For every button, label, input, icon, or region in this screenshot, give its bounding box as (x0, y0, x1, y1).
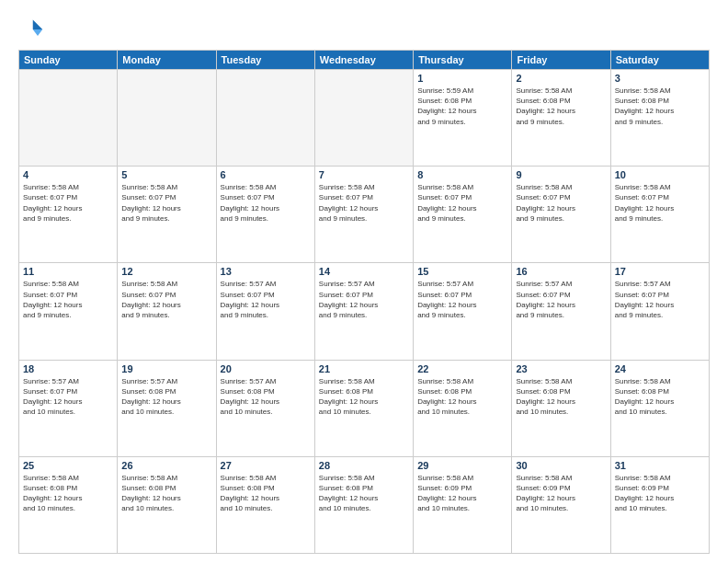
day-info: Sunrise: 5:58 AM Sunset: 6:08 PM Dayligh… (319, 473, 409, 514)
day-cell-6: 6Sunrise: 5:58 AM Sunset: 6:07 PM Daylig… (216, 167, 314, 263)
day-cell-7: 7Sunrise: 5:58 AM Sunset: 6:07 PM Daylig… (314, 167, 413, 263)
day-number: 16 (516, 266, 606, 277)
empty-cell (19, 70, 118, 167)
day-cell-8: 8Sunrise: 5:58 AM Sunset: 6:07 PM Daylig… (414, 167, 512, 263)
day-cell-5: 5Sunrise: 5:58 AM Sunset: 6:07 PM Daylig… (118, 167, 216, 263)
day-cell-22: 22Sunrise: 5:58 AM Sunset: 6:08 PM Dayli… (414, 360, 512, 456)
day-info: Sunrise: 5:57 AM Sunset: 6:07 PM Dayligh… (615, 279, 705, 320)
day-info: Sunrise: 5:58 AM Sunset: 6:09 PM Dayligh… (417, 473, 507, 514)
day-info: Sunrise: 5:58 AM Sunset: 6:07 PM Dayligh… (121, 182, 211, 224)
day-info: Sunrise: 5:58 AM Sunset: 6:08 PM Dayligh… (417, 376, 507, 418)
day-cell-24: 24Sunrise: 5:58 AM Sunset: 6:08 PM Dayli… (610, 360, 709, 456)
day-cell-3: 3Sunrise: 5:58 AM Sunset: 6:08 PM Daylig… (610, 70, 709, 167)
day-number: 2 (516, 73, 606, 84)
empty-cell (216, 70, 314, 167)
day-info: Sunrise: 5:58 AM Sunset: 6:09 PM Dayligh… (516, 473, 606, 514)
day-number: 6 (221, 169, 311, 180)
day-cell-29: 29Sunrise: 5:58 AM Sunset: 6:09 PM Dayli… (414, 456, 512, 553)
day-cell-13: 13Sunrise: 5:57 AM Sunset: 6:07 PM Dayli… (216, 263, 314, 360)
week-row-1: 1Sunrise: 5:59 AM Sunset: 6:08 PM Daylig… (19, 70, 710, 167)
day-info: Sunrise: 5:58 AM Sunset: 6:07 PM Dayligh… (516, 182, 606, 224)
day-number: 17 (615, 266, 705, 277)
day-number: 31 (615, 460, 705, 471)
day-number: 7 (319, 169, 409, 180)
week-row-3: 11Sunrise: 5:58 AM Sunset: 6:07 PM Dayli… (19, 263, 710, 360)
page: SundayMondayTuesdayWednesdayThursdayFrid… (0, 0, 728, 563)
col-header-thursday: Thursday (414, 51, 512, 70)
day-info: Sunrise: 5:58 AM Sunset: 6:07 PM Dayligh… (121, 279, 211, 320)
day-number: 18 (23, 363, 113, 374)
calendar-table: SundayMondayTuesdayWednesdayThursdayFrid… (18, 50, 710, 554)
day-info: Sunrise: 5:59 AM Sunset: 6:08 PM Dayligh… (417, 86, 507, 127)
day-cell-17: 17Sunrise: 5:57 AM Sunset: 6:07 PM Dayli… (610, 263, 709, 360)
day-info: Sunrise: 5:58 AM Sunset: 6:07 PM Dayligh… (417, 182, 507, 224)
day-number: 10 (615, 169, 705, 180)
day-cell-20: 20Sunrise: 5:57 AM Sunset: 6:08 PM Dayli… (216, 360, 314, 456)
day-info: Sunrise: 5:58 AM Sunset: 6:08 PM Dayligh… (121, 473, 211, 514)
col-header-wednesday: Wednesday (314, 51, 413, 70)
col-header-friday: Friday (512, 51, 610, 70)
day-number: 23 (516, 363, 606, 374)
day-number: 20 (221, 363, 311, 374)
day-info: Sunrise: 5:57 AM Sunset: 6:07 PM Dayligh… (23, 376, 113, 418)
day-number: 21 (319, 363, 409, 374)
day-number: 19 (121, 363, 211, 374)
day-number: 28 (319, 460, 409, 471)
day-number: 27 (221, 460, 311, 471)
col-header-monday: Monday (118, 51, 216, 70)
day-number: 4 (23, 169, 113, 180)
day-number: 8 (417, 169, 507, 180)
day-number: 1 (417, 73, 507, 84)
day-cell-11: 11Sunrise: 5:58 AM Sunset: 6:07 PM Dayli… (19, 263, 118, 360)
col-header-saturday: Saturday (610, 51, 709, 70)
empty-cell (118, 70, 216, 167)
day-cell-19: 19Sunrise: 5:57 AM Sunset: 6:08 PM Dayli… (118, 360, 216, 456)
day-number: 14 (319, 266, 409, 277)
day-cell-9: 9Sunrise: 5:58 AM Sunset: 6:07 PM Daylig… (512, 167, 610, 263)
day-cell-10: 10Sunrise: 5:58 AM Sunset: 6:07 PM Dayli… (610, 167, 709, 263)
day-number: 29 (417, 460, 507, 471)
day-info: Sunrise: 5:58 AM Sunset: 6:08 PM Dayligh… (615, 86, 705, 127)
day-info: Sunrise: 5:58 AM Sunset: 6:08 PM Dayligh… (319, 376, 409, 418)
day-number: 9 (516, 169, 606, 180)
day-info: Sunrise: 5:58 AM Sunset: 6:09 PM Dayligh… (615, 473, 705, 514)
day-cell-12: 12Sunrise: 5:58 AM Sunset: 6:07 PM Dayli… (118, 263, 216, 360)
day-cell-18: 18Sunrise: 5:57 AM Sunset: 6:07 PM Dayli… (19, 360, 118, 456)
day-cell-4: 4Sunrise: 5:58 AM Sunset: 6:07 PM Daylig… (19, 167, 118, 263)
day-cell-23: 23Sunrise: 5:58 AM Sunset: 6:08 PM Dayli… (512, 360, 610, 456)
day-info: Sunrise: 5:58 AM Sunset: 6:07 PM Dayligh… (23, 279, 113, 320)
day-cell-14: 14Sunrise: 5:57 AM Sunset: 6:07 PM Dayli… (314, 263, 413, 360)
day-info: Sunrise: 5:57 AM Sunset: 6:08 PM Dayligh… (121, 376, 211, 418)
day-info: Sunrise: 5:58 AM Sunset: 6:08 PM Dayligh… (615, 376, 705, 418)
day-number: 5 (121, 169, 211, 180)
day-cell-28: 28Sunrise: 5:58 AM Sunset: 6:08 PM Dayli… (314, 456, 413, 553)
day-number: 11 (23, 266, 113, 277)
day-info: Sunrise: 5:57 AM Sunset: 6:07 PM Dayligh… (221, 279, 311, 320)
day-info: Sunrise: 5:58 AM Sunset: 6:08 PM Dayligh… (516, 376, 606, 418)
svg-marker-0 (33, 20, 43, 30)
col-header-sunday: Sunday (19, 51, 118, 70)
day-number: 25 (23, 460, 113, 471)
day-number: 13 (221, 266, 311, 277)
day-number: 30 (516, 460, 606, 471)
logo-icon (18, 17, 44, 42)
day-cell-1: 1Sunrise: 5:59 AM Sunset: 6:08 PM Daylig… (414, 70, 512, 167)
day-cell-31: 31Sunrise: 5:58 AM Sunset: 6:09 PM Dayli… (610, 456, 709, 553)
week-row-5: 25Sunrise: 5:58 AM Sunset: 6:08 PM Dayli… (19, 456, 710, 553)
day-number: 22 (417, 363, 507, 374)
day-info: Sunrise: 5:57 AM Sunset: 6:07 PM Dayligh… (319, 279, 409, 320)
header (18, 17, 710, 42)
day-number: 3 (615, 73, 705, 84)
day-info: Sunrise: 5:58 AM Sunset: 6:07 PM Dayligh… (319, 182, 409, 224)
day-info: Sunrise: 5:58 AM Sunset: 6:07 PM Dayligh… (23, 182, 113, 224)
day-cell-15: 15Sunrise: 5:57 AM Sunset: 6:07 PM Dayli… (414, 263, 512, 360)
day-info: Sunrise: 5:57 AM Sunset: 6:07 PM Dayligh… (417, 279, 507, 320)
day-cell-2: 2Sunrise: 5:58 AM Sunset: 6:08 PM Daylig… (512, 70, 610, 167)
day-number: 24 (615, 363, 705, 374)
day-info: Sunrise: 5:58 AM Sunset: 6:08 PM Dayligh… (23, 473, 113, 514)
day-cell-21: 21Sunrise: 5:58 AM Sunset: 6:08 PM Dayli… (314, 360, 413, 456)
day-cell-25: 25Sunrise: 5:58 AM Sunset: 6:08 PM Dayli… (19, 456, 118, 553)
day-cell-30: 30Sunrise: 5:58 AM Sunset: 6:09 PM Dayli… (512, 456, 610, 553)
day-cell-26: 26Sunrise: 5:58 AM Sunset: 6:08 PM Dayli… (118, 456, 216, 553)
day-cell-27: 27Sunrise: 5:58 AM Sunset: 6:08 PM Dayli… (216, 456, 314, 553)
